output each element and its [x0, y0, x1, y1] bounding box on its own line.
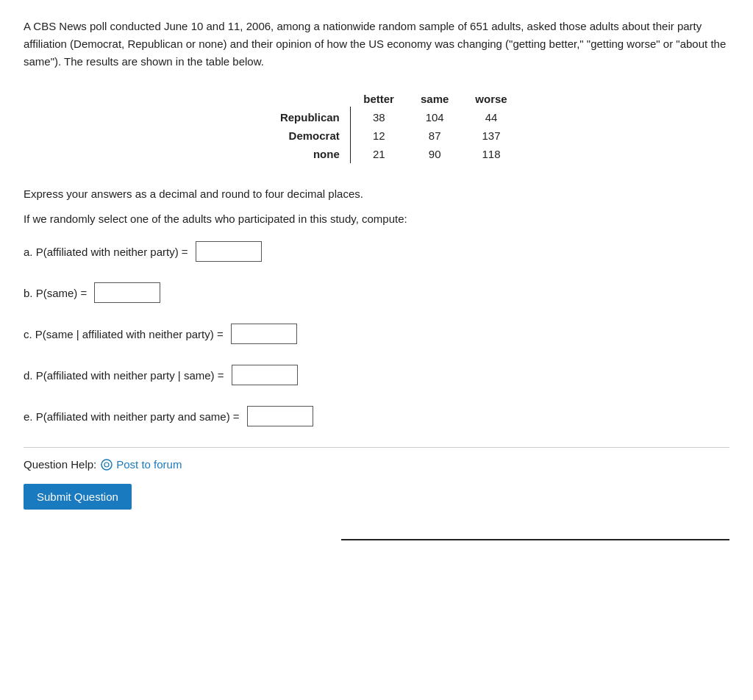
instruction-1: Express your answers as a decimal and ro… [24, 185, 729, 203]
data-table: better same worse Republican 38 104 44 D… [232, 91, 520, 163]
answer-b-input[interactable] [94, 282, 160, 303]
cell-none-worse: 118 [462, 145, 520, 163]
question-c-label: c. P(same | affiliated with neither part… [24, 328, 224, 340]
post-to-forum-text: Post to forum [116, 458, 182, 471]
row-label-none: none [232, 145, 350, 163]
svg-point-0 [101, 460, 112, 470]
cell-none-same: 90 [407, 145, 462, 163]
cell-democrat-same: 87 [407, 126, 462, 145]
bottom-decorative-bar [341, 539, 729, 540]
forum-icon [101, 459, 113, 471]
post-to-forum-link[interactable]: Post to forum [101, 458, 182, 471]
table-header-same: same [407, 91, 462, 107]
question-c: c. P(same | affiliated with neither part… [24, 324, 729, 344]
question-d-label: d. P(affiliated with neither party | sam… [24, 369, 224, 382]
instruction-2: If we randomly select one of the adults … [24, 210, 729, 228]
cell-republican-same: 104 [407, 107, 462, 126]
question-d: d. P(affiliated with neither party | sam… [24, 365, 729, 385]
cell-democrat-worse: 137 [462, 126, 520, 145]
cell-republican-better: 38 [350, 107, 407, 126]
answer-d-input[interactable] [232, 365, 298, 385]
table-row: Democrat 12 87 137 [232, 126, 520, 145]
questions-section: a. P(affiliated with neither party) = b.… [24, 241, 729, 426]
table-header-better: better [350, 91, 407, 107]
question-b-label: b. P(same) = [24, 287, 87, 299]
table-header-worse: worse [462, 91, 520, 107]
cell-republican-worse: 44 [462, 107, 520, 126]
question-help-bar: Question Help: Post to forum [24, 447, 729, 471]
question-a: a. P(affiliated with neither party) = [24, 241, 729, 262]
cell-none-better: 21 [350, 145, 407, 163]
question-e-label: e. P(affiliated with neither party and s… [24, 410, 240, 423]
table-row: none 21 90 118 [232, 145, 520, 163]
table-row: Republican 38 104 44 [232, 107, 520, 126]
answer-e-input[interactable] [247, 406, 313, 426]
intro-paragraph: A CBS News poll conducted June 10 and 11… [24, 18, 729, 71]
question-e: e. P(affiliated with neither party and s… [24, 406, 729, 426]
question-help-label: Question Help: [24, 458, 96, 471]
data-table-wrapper: better same worse Republican 38 104 44 D… [24, 91, 729, 163]
row-label-democrat: Democrat [232, 126, 350, 145]
table-header-empty [232, 91, 350, 107]
answer-c-input[interactable] [231, 324, 297, 344]
answer-a-input[interactable] [196, 241, 262, 262]
question-b: b. P(same) = [24, 282, 729, 303]
svg-point-1 [104, 463, 109, 467]
question-a-label: a. P(affiliated with neither party) = [24, 246, 188, 258]
row-label-republican: Republican [232, 107, 350, 126]
submit-question-button[interactable]: Submit Question [24, 484, 132, 510]
cell-democrat-better: 12 [350, 126, 407, 145]
